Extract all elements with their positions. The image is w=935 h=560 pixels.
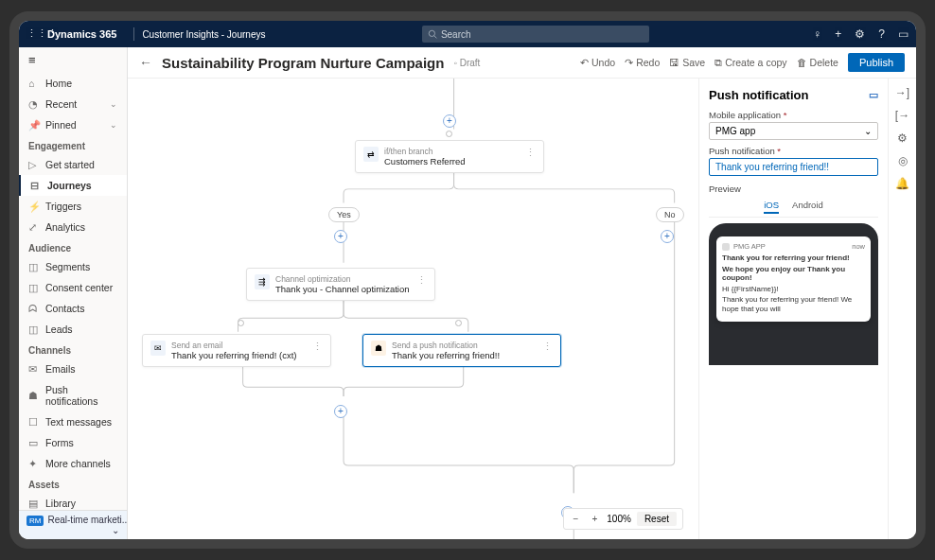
zoom-control: − + 100% Reset [563,508,683,530]
nav-leads[interactable]: ◫Leads [19,319,127,340]
notification-preview: PMG APPnow Thank you for referring your … [716,236,871,322]
app-icon [722,243,730,251]
environment-switcher[interactable]: RMReal-time marketi... ⌄ [19,510,127,539]
help-icon[interactable]: ? [878,27,885,41]
nav-pinned[interactable]: 📌Pinned⌄ [19,114,127,135]
connector-dot [238,320,244,326]
nav-home[interactable]: ⌂Home [19,73,127,94]
zoom-value: 100% [607,514,631,524]
nav-consent[interactable]: ◫Consent center [19,277,127,298]
add-step-plus[interactable]: + [334,230,347,243]
connector-dot [446,131,452,137]
bell-icon[interactable]: 🔔 [895,177,909,190]
save-button[interactable]: 🖫 Save [669,57,705,68]
nav-recent[interactable]: ◔Recent⌄ [19,94,127,114]
node-menu[interactable]: ⋮ [416,274,427,287]
undo-button[interactable]: ↶ Undo [580,57,615,68]
section-channels: Channels [19,340,127,359]
sidebar: ≡ ⌂Home ◔Recent⌄ 📌Pinned⌄ Engagement ▷Ge… [19,47,128,539]
push-icon: ☗ [371,341,386,356]
card-icon[interactable]: ▭ [869,89,878,101]
optimize-icon: ⇶ [255,274,270,289]
goal-icon[interactable]: ◎ [898,154,908,167]
section-engagement: Engagement [19,135,127,154]
push-input[interactable]: Thank you referring friend!! [709,158,878,176]
node-branch[interactable]: ⇄ if/then branchCustomers Referred ⋮ [355,140,544,173]
app-launcher-icon[interactable]: ⋮⋮⋮ [26,27,40,41]
delete-button[interactable]: 🗑 Delete [797,57,838,68]
product-name: Customer Insights - Journeys [142,29,265,40]
email-icon: ✉ [150,341,166,356]
brand: Dynamics 365 [47,28,116,40]
nav-more-channels[interactable]: ✦More channels [19,453,127,474]
settings-icon[interactable]: ⚙ [855,27,865,41]
add-step-plus[interactable]: + [334,405,347,418]
node-menu[interactable]: ⋮ [542,341,553,353]
nav-triggers[interactable]: ⚡Triggers [19,196,127,217]
right-rail: →] [→ ⚙ ◎ 🔔 [888,79,916,539]
section-audience: Audience [19,237,127,256]
zoom-reset[interactable]: Reset [637,512,677,526]
panel-title: Push notification▭ [709,88,878,102]
node-menu[interactable]: ⋮ [312,341,323,353]
branch-yes[interactable]: Yes [328,207,360,222]
branch-no[interactable]: No [656,207,684,222]
node-push[interactable]: ☗ Send a push notificationThank you refe… [362,334,561,367]
svg-line-1 [434,36,437,39]
add-icon[interactable]: + [835,27,841,41]
global-search[interactable]: Search [422,26,649,43]
create-copy-button[interactable]: ⧉ Create a copy [714,57,786,69]
exit-icon[interactable]: [→ [895,109,909,122]
branch-icon: ⇄ [363,147,379,162]
page-title: Sustainability Program Nurture Campaign [162,55,444,71]
zoom-in[interactable]: + [588,514,601,524]
add-step-plus[interactable]: + [661,230,674,243]
search-placeholder: Search [441,29,471,40]
nav-forms[interactable]: ▭Forms [19,432,127,453]
zoom-out[interactable]: − [570,514,583,524]
nav-analytics[interactable]: ⤢Analytics [19,217,127,237]
nav-sms[interactable]: ☐Text messages [19,411,127,432]
svg-point-0 [429,30,434,36]
node-email[interactable]: ✉ Send an emailThank you referring frien… [142,334,331,367]
back-button[interactable]: ← [139,55,152,70]
mobile-app-select[interactable]: PMG app⌄ [709,122,878,140]
redo-button[interactable]: ↷ Redo [625,57,660,68]
node-channel-opt[interactable]: ⇶ Channel optimizationThank you - Channe… [246,268,435,301]
tab-android[interactable]: Android [792,200,823,214]
nav-emails[interactable]: ✉Emails [19,359,127,379]
preview-label: Preview [709,184,878,194]
phone-preview: PMG APPnow Thank you for referring your … [709,223,878,365]
tab-ios[interactable]: iOS [764,200,779,214]
status-badge: ◦ Draft [453,58,480,68]
publish-button[interactable]: Publish [848,53,905,72]
nav-segments[interactable]: ◫Segments [19,256,127,277]
node-menu[interactable]: ⋮ [525,147,536,159]
push-label: Push notification * [709,146,878,156]
expand-icon[interactable]: →] [895,86,909,99]
nav-contacts[interactable]: ᗣContacts [19,298,127,319]
messages-icon[interactable]: ▭ [898,27,909,41]
add-step-plus[interactable]: + [443,114,456,128]
nav-journeys[interactable]: ⊟Journeys [19,175,127,196]
hamburger-icon[interactable]: ≡ [19,47,127,73]
search-icon [428,29,437,39]
journey-canvas[interactable]: + ⇄ if/then branchCustomers Referred ⋮ Y… [128,79,698,539]
lightbulb-icon[interactable]: ♀ [813,27,821,41]
mobile-app-label: Mobile application * [709,110,878,120]
connector-dot [455,320,462,326]
properties-panel: Push notification▭ Mobile application * … [698,79,888,539]
settings-icon[interactable]: ⚙ [897,131,908,145]
section-assets: Assets [19,474,127,493]
nav-get-started[interactable]: ▷Get started [19,154,127,175]
chevron-down-icon: ⌄ [864,126,872,136]
nav-push[interactable]: ☗Push notifications [19,379,127,411]
